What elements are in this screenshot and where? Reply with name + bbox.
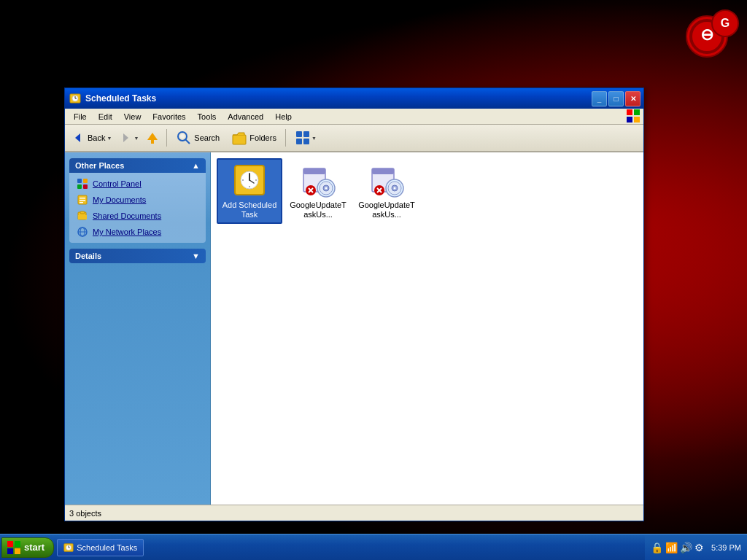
svg-point-20 <box>180 134 185 139</box>
menu-advanced[interactable]: Advanced <box>222 111 269 122</box>
svg-rect-69 <box>15 548 20 554</box>
svg-rect-58 <box>372 168 394 174</box>
svg-rect-17 <box>151 139 154 144</box>
taskbar-item-icon <box>63 542 74 553</box>
status-text: 3 objects <box>69 509 101 518</box>
start-button[interactable]: start <box>1 537 54 558</box>
up-button[interactable] <box>142 127 163 149</box>
shared-documents-icon <box>77 210 88 222</box>
forward-button[interactable]: ▼ <box>115 127 141 149</box>
control-panel-icon <box>77 178 88 190</box>
sidebar-item-shared-documents[interactable]: Shared Documents <box>69 208 206 224</box>
sidebar-item-network-places[interactable]: My Network Places <box>69 224 206 240</box>
folders-label: Folders <box>249 133 276 142</box>
folders-button[interactable]: Folders <box>226 127 282 149</box>
svg-point-53 <box>325 187 328 190</box>
svg-rect-9 <box>627 109 632 115</box>
google-task-2-icon <box>369 163 404 198</box>
start-label: start <box>24 542 44 553</box>
control-panel-label: Control Panel <box>93 179 142 188</box>
folders-icon <box>231 130 247 146</box>
other-places-section: Other Places ▲ Control Pa <box>69 158 206 243</box>
details-collapse-icon: ▼ <box>192 252 200 260</box>
status-bar: 3 objects <box>65 505 643 521</box>
details-header[interactable]: Details ▼ <box>69 249 206 263</box>
window-title: Scheduled Tasks <box>85 93 587 104</box>
svg-point-62 <box>394 187 396 190</box>
svg-rect-35 <box>80 211 85 214</box>
systray-icon-3: 🔊 <box>680 542 692 553</box>
taskbar-items: Scheduled Tasks <box>54 539 645 556</box>
sidebar-item-my-documents[interactable]: My Documents <box>69 192 206 208</box>
svg-rect-31 <box>80 198 85 199</box>
svg-rect-11 <box>627 117 632 122</box>
view-icon <box>295 130 311 146</box>
svg-rect-67 <box>15 541 20 547</box>
details-label: Details <box>75 252 101 260</box>
svg-rect-26 <box>77 179 82 183</box>
other-places-collapse-icon: ▲ <box>192 161 200 170</box>
toolbar-separator-1 <box>166 129 167 147</box>
file-item-google-task-2[interactable]: GoogleUpdateTaskUs... <box>354 158 419 224</box>
menu-view[interactable]: View <box>118 111 147 122</box>
search-icon <box>176 130 192 146</box>
svg-rect-21 <box>233 135 246 144</box>
svg-rect-24 <box>296 139 302 144</box>
minimize-button[interactable]: _ <box>592 91 607 106</box>
systray-icon-1: 🔒 <box>651 542 663 553</box>
svg-rect-27 <box>83 179 88 183</box>
search-label: Search <box>194 133 220 142</box>
svg-rect-33 <box>80 202 83 203</box>
network-places-icon <box>77 226 88 238</box>
file-area[interactable]: Add Scheduled Task <box>211 152 643 505</box>
menu-file[interactable]: File <box>68 111 93 122</box>
view-dropdown-icon[interactable]: ▼ <box>311 136 317 141</box>
forward-dropdown-icon[interactable]: ▼ <box>133 136 139 141</box>
back-button[interactable]: Back ▼ <box>68 127 114 149</box>
svg-text:G: G <box>721 17 729 29</box>
view-button[interactable]: ▼ <box>290 127 322 149</box>
other-places-content: Control Panel My Documents <box>69 173 206 243</box>
sidebar-item-control-panel[interactable]: Control Panel <box>69 176 206 192</box>
other-places-header[interactable]: Other Places ▲ <box>69 158 206 173</box>
title-bar-icon <box>69 93 81 104</box>
other-places-label: Other Places <box>75 161 124 170</box>
google-task-1-icon <box>301 163 336 198</box>
taskbar-item-scheduled-tasks[interactable]: Scheduled Tasks <box>57 539 144 556</box>
svg-rect-28 <box>77 184 82 189</box>
systray-icon-4: ⚙ <box>694 542 704 553</box>
svg-rect-68 <box>7 548 13 554</box>
clock: 5:39 PM <box>711 543 741 552</box>
logo-icon: ⊖ G <box>681 7 740 66</box>
add-scheduled-task-label: Add Scheduled Task <box>221 201 278 219</box>
menu-favorites[interactable]: Favorites <box>147 111 191 122</box>
taskbar-item-label: Scheduled Tasks <box>77 543 137 552</box>
svg-rect-32 <box>80 200 85 201</box>
title-buttons: _ □ ✕ <box>592 91 640 106</box>
svg-rect-29 <box>83 184 88 189</box>
file-item-add-scheduled-task[interactable]: Add Scheduled Task <box>217 158 282 224</box>
sidebar: Other Places ▲ Control Pa <box>65 152 211 505</box>
menu-edit[interactable]: Edit <box>93 111 118 122</box>
toolbar-separator-2 <box>285 129 286 147</box>
svg-line-19 <box>185 139 190 144</box>
my-documents-label: My Documents <box>93 195 146 204</box>
menubar: File Edit View Favorites Tools Advanced … <box>65 109 643 125</box>
svg-rect-10 <box>634 109 640 115</box>
forward-icon <box>117 130 133 146</box>
my-documents-icon <box>77 194 88 206</box>
google-task-2-label: GoogleUpdateTaskUs... <box>358 201 415 219</box>
close-button[interactable]: ✕ <box>625 91 640 106</box>
menu-help[interactable]: Help <box>269 111 298 122</box>
search-button[interactable]: Search <box>171 127 225 149</box>
svg-rect-66 <box>7 541 13 547</box>
svg-rect-23 <box>303 131 309 137</box>
maximize-button[interactable]: □ <box>608 91 624 106</box>
back-dropdown-icon[interactable]: ▼ <box>107 136 112 141</box>
scheduled-tasks-window: Scheduled Tasks _ □ ✕ File Edit View Fav… <box>64 88 644 521</box>
svg-rect-25 <box>303 139 309 144</box>
taskbar-right: 🔒 📶 🔊 ⚙ 5:39 PM <box>645 534 747 560</box>
file-item-google-task-1[interactable]: GoogleUpdateTaskUs... <box>285 158 351 224</box>
menu-tools[interactable]: Tools <box>192 111 222 122</box>
svg-marker-14 <box>75 133 80 142</box>
